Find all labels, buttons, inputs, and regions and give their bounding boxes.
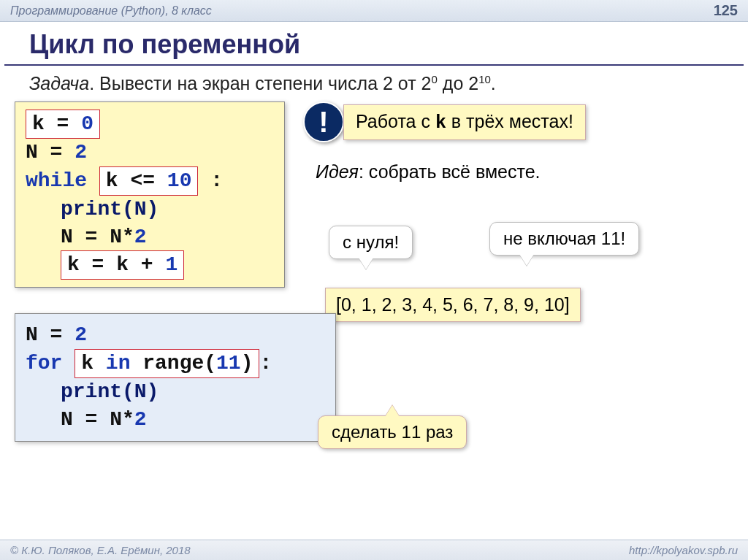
callout-not-including-eleven: не включая 11! bbox=[489, 222, 639, 256]
callout-from-zero: с нуля! bbox=[329, 226, 413, 259]
idea-text: Идея: собрать всё вместе. bbox=[316, 161, 541, 183]
note-three-places: Работа с k в трёх местах! bbox=[343, 104, 586, 140]
code-line: N = N*2 bbox=[26, 223, 274, 251]
task-sup2: 10 bbox=[478, 73, 491, 85]
task-label: Задача bbox=[29, 73, 89, 93]
range-values: [0, 1, 2, 3, 4, 5, 6, 7, 8, 9, 10] bbox=[325, 288, 581, 322]
code-line: N = N*2 bbox=[26, 406, 325, 434]
attention-icon: ! bbox=[303, 101, 344, 142]
slide-header: Программирование (Python), 8 класс 125 bbox=[0, 0, 748, 22]
code-line: print(N) bbox=[26, 378, 325, 406]
code-line: N = 2 bbox=[26, 321, 325, 349]
code-line: for k in range(11): bbox=[26, 349, 325, 378]
task-body-a: . Вывести на экран степени числа 2 от 2 bbox=[89, 73, 431, 93]
slide-body: k = 0 N = 2 while k <= 10 : print(N) N =… bbox=[0, 101, 748, 540]
slide-footer: © К.Ю. Поляков, Е.А. Ерёмин, 2018 http:/… bbox=[0, 540, 748, 560]
task-sup1: 0 bbox=[432, 73, 438, 85]
task-tail: . bbox=[491, 73, 496, 93]
code-line: k = 0 bbox=[26, 110, 274, 139]
task-body-mid: до 2 bbox=[438, 73, 478, 93]
callout-do-eleven-times: сделать 11 раз bbox=[318, 415, 467, 449]
title-underline bbox=[4, 64, 744, 66]
task-text: Задача. Вывести на экран степени числа 2… bbox=[0, 70, 748, 101]
slide-title: Цикл по переменной bbox=[0, 22, 748, 64]
code-block-while: k = 0 N = 2 while k <= 10 : print(N) N =… bbox=[15, 101, 285, 288]
code-line: k = k + 1 bbox=[26, 250, 274, 280]
page-number: 125 bbox=[714, 2, 738, 19]
code-line: while k <= 10 : bbox=[26, 166, 274, 196]
code-line: N = 2 bbox=[26, 139, 274, 166]
footer-right: http://kpolyakov.spb.ru bbox=[629, 544, 738, 556]
header-left: Программирование (Python), 8 класс bbox=[10, 4, 212, 18]
footer-left: © К.Ю. Поляков, Е.А. Ерёмин, 2018 bbox=[10, 544, 191, 556]
code-block-for: N = 2 for k in range(11): print(N) N = N… bbox=[15, 313, 336, 441]
code-line: print(N) bbox=[26, 196, 274, 223]
